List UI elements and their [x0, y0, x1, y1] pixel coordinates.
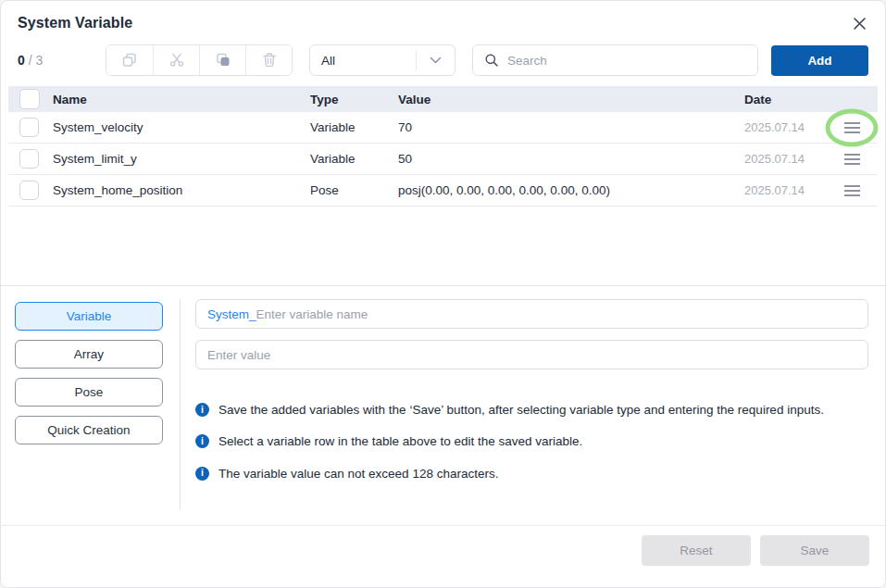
search-icon: [484, 53, 499, 68]
cut-button[interactable]: [153, 45, 199, 75]
info-icon: i: [195, 434, 209, 448]
reset-button[interactable]: Reset: [642, 535, 751, 566]
table-row[interactable]: System_limit_y Variable 50 2025.07.14: [8, 144, 878, 175]
dialog-header: System Variable: [1, 1, 885, 31]
save-button[interactable]: Save: [760, 535, 869, 566]
dialog-footer: Reset Save: [1, 525, 885, 587]
search-input[interactable]: [507, 54, 746, 68]
column-header-value: Value: [398, 93, 744, 106]
row-name: System_limit_y: [53, 152, 310, 166]
table-row[interactable]: System_home_position Pose posj(0.00, 0.0…: [8, 175, 878, 206]
row-checkbox[interactable]: [19, 149, 39, 169]
variable-value-input[interactable]: [207, 348, 856, 362]
selected-count: 0: [18, 53, 25, 68]
delete-button[interactable]: [245, 45, 292, 75]
info-icon: i: [195, 467, 209, 481]
info-note-text: The variable value can not exceed 128 ch…: [218, 464, 498, 484]
variable-form: System_Enter variable name i Save the ad…: [195, 299, 868, 510]
info-notes: i Save the added variables with the ‘Sav…: [195, 400, 868, 484]
hamburger-icon: [844, 185, 860, 196]
name-prefix: System_: [207, 307, 256, 321]
toolbar: 0 / 3: [1, 44, 885, 76]
info-note: i The variable value can not exceed 128 …: [195, 464, 865, 484]
table-header-row: Name Type Value Date: [8, 86, 878, 112]
column-header-type: Type: [310, 93, 398, 106]
info-note-text: Select a variable row in the table above…: [218, 432, 582, 452]
close-icon[interactable]: [853, 17, 867, 31]
page-title: System Variable: [18, 15, 132, 31]
row-date: 2025.07.14: [744, 183, 826, 197]
row-type: Variable: [310, 152, 398, 166]
row-checkbox[interactable]: [19, 118, 39, 137]
row-menu-icon[interactable]: [841, 117, 863, 139]
total-count: 3: [35, 53, 43, 68]
editor-section: Variable Array Pose Quick Creation Syste…: [1, 286, 885, 510]
variable-value-input-wrap: [195, 340, 868, 369]
info-icon: i: [195, 403, 209, 417]
row-name: System_velocity: [53, 120, 310, 134]
type-button-variable[interactable]: Variable: [15, 302, 163, 331]
column-header-date: Date: [744, 93, 826, 106]
column-header-name: Name: [53, 93, 310, 106]
type-filter-dropdown[interactable]: All: [309, 44, 455, 76]
type-button-quick-creation[interactable]: Quick Creation: [15, 416, 163, 444]
row-checkbox[interactable]: [19, 181, 39, 200]
hamburger-icon: [844, 154, 860, 165]
hamburger-icon: [844, 122, 860, 133]
variable-name-input[interactable]: System_Enter variable name: [195, 299, 868, 329]
info-note-text: Save the added variables with the ‘Save’…: [218, 400, 824, 420]
paste-button[interactable]: [199, 45, 245, 75]
type-filter-value: All: [310, 54, 416, 68]
type-button-pose[interactable]: Pose: [15, 378, 163, 407]
chevron-down-icon: [416, 50, 455, 70]
vertical-divider: [180, 299, 181, 510]
row-type: Pose: [310, 183, 398, 197]
name-placeholder: Enter variable name: [256, 307, 368, 321]
row-value: posj(0.00, 0.00, 0.00, 0.00, 0.00, 0.00): [398, 183, 744, 197]
row-menu-icon[interactable]: [841, 180, 863, 202]
select-all-checkbox[interactable]: [19, 89, 40, 109]
row-value: 50: [398, 152, 744, 166]
count-separator: /: [25, 53, 36, 68]
system-variable-dialog: System Variable 0 / 3: [0, 0, 886, 588]
variable-table: Name Type Value Date System_velocity Var…: [1, 86, 885, 206]
add-button[interactable]: Add: [771, 45, 868, 76]
row-date: 2025.07.14: [744, 120, 826, 134]
type-button-array[interactable]: Array: [15, 340, 163, 369]
row-value: 70: [398, 120, 744, 134]
variable-type-buttons: Variable Array Pose Quick Creation: [15, 299, 163, 510]
cut-icon: [168, 52, 185, 69]
row-menu-icon[interactable]: [841, 148, 863, 170]
trash-icon: [261, 52, 278, 69]
info-note: i Save the added variables with the ‘Sav…: [195, 400, 865, 420]
row-date: 2025.07.14: [744, 152, 826, 166]
search-box: [472, 44, 758, 76]
info-note: i Select a variable row in the table abo…: [195, 432, 865, 452]
row-type: Variable: [310, 120, 398, 134]
clipboard-button-group: [106, 44, 293, 76]
row-name: System_home_position: [53, 183, 310, 197]
copy-icon: [121, 52, 138, 69]
table-row[interactable]: System_velocity Variable 70 2025.07.14: [8, 112, 878, 144]
copy-button[interactable]: [106, 45, 153, 75]
paste-icon: [215, 52, 231, 69]
selection-counter: 0 / 3: [18, 53, 106, 68]
